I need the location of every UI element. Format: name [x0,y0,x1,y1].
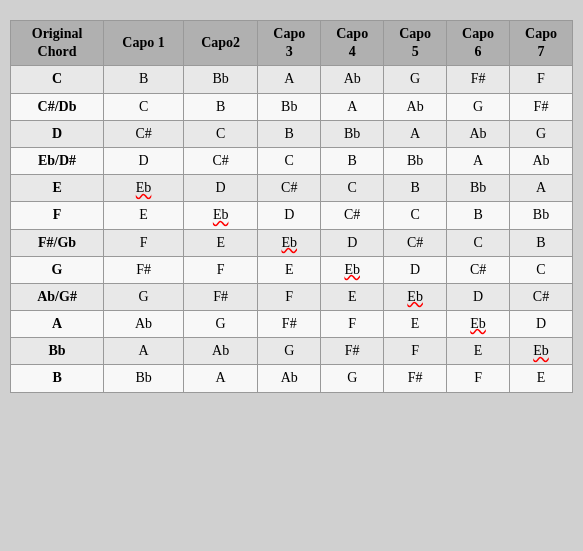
cell-capo-2: E [184,229,258,256]
header-capo-7: Capo7 [510,21,573,66]
table-row: CBBbAAbGF#F [11,66,573,93]
cell-capo-7: B [510,229,573,256]
cell-original: B [11,365,104,392]
cell-capo-4: E [321,283,384,310]
cell-capo-1: Bb [104,365,184,392]
cell-capo-5: Ab [384,93,447,120]
cell-capo-7: C [510,256,573,283]
cell-capo-3: C# [258,175,321,202]
header-capo-5: Capo5 [384,21,447,66]
table-row: EEbDC#CBBbA [11,175,573,202]
cell-original: Ab/G# [11,283,104,310]
table-row: DC#CBBbAAbG [11,120,573,147]
cell-capo-3: D [258,202,321,229]
cell-capo-4: D [321,229,384,256]
cell-capo-3: F [258,283,321,310]
cell-capo-3: Ab [258,365,321,392]
cell-capo-1: Eb [104,175,184,202]
cell-original: Eb/D# [11,147,104,174]
cell-capo-7: G [510,120,573,147]
cell-capo-7: E [510,365,573,392]
cell-capo-1: C# [104,120,184,147]
cell-capo-5: F [384,338,447,365]
cell-capo-1: G [104,283,184,310]
header-capo-4: Capo4 [321,21,384,66]
cell-capo-6: F# [447,66,510,93]
cell-capo-2: G [184,311,258,338]
cell-capo-3: E [258,256,321,283]
table-row: BBbAAbGF#FE [11,365,573,392]
cell-original: C [11,66,104,93]
cell-capo-7: D [510,311,573,338]
cell-capo-1: E [104,202,184,229]
cell-capo-2: Bb [184,66,258,93]
cell-original: Bb [11,338,104,365]
cell-capo-6: D [447,283,510,310]
cell-capo-3: Bb [258,93,321,120]
cell-original: D [11,120,104,147]
cell-capo-6: A [447,147,510,174]
cell-capo-5: C# [384,229,447,256]
cell-original: F#/Gb [11,229,104,256]
cell-original: C#/Db [11,93,104,120]
cell-capo-1: C [104,93,184,120]
cell-capo-5: E [384,311,447,338]
cell-capo-4: C# [321,202,384,229]
table-row: Eb/D#DC#CBBbAAb [11,147,573,174]
cell-capo-3: Eb [258,229,321,256]
cell-capo-2: F [184,256,258,283]
cell-capo-3: B [258,120,321,147]
cell-capo-3: C [258,147,321,174]
cell-capo-7: F# [510,93,573,120]
cell-capo-1: A [104,338,184,365]
cell-capo-2: Eb [184,202,258,229]
cell-capo-4: F [321,311,384,338]
cell-capo-5: D [384,256,447,283]
cell-capo-1: F [104,229,184,256]
cell-capo-7: Ab [510,147,573,174]
table-row: AAbGF#FEEbD [11,311,573,338]
cell-capo-5: Eb [384,283,447,310]
cell-capo-3: A [258,66,321,93]
header-original-chord: OriginalChord [11,21,104,66]
cell-capo-2: D [184,175,258,202]
cell-capo-6: F [447,365,510,392]
cell-capo-5: F# [384,365,447,392]
cell-capo-4: A [321,93,384,120]
cell-capo-5: G [384,66,447,93]
cell-capo-6: B [447,202,510,229]
cell-capo-5: B [384,175,447,202]
cell-capo-6: G [447,93,510,120]
cell-capo-7: F [510,66,573,93]
cell-capo-4: B [321,147,384,174]
header-capo-1: Capo 1 [104,21,184,66]
table-row: GF#FEEbDC#C [11,256,573,283]
cell-capo-4: Eb [321,256,384,283]
cell-capo-2: A [184,365,258,392]
cell-capo-7: A [510,175,573,202]
table-row: BbAAbGF#FEEb [11,338,573,365]
cell-capo-2: Ab [184,338,258,365]
cell-capo-4: F# [321,338,384,365]
cell-original: F [11,202,104,229]
header-capo-3: Capo3 [258,21,321,66]
cell-capo-7: C# [510,283,573,310]
cell-capo-1: Ab [104,311,184,338]
cell-capo-4: G [321,365,384,392]
cell-capo-6: Eb [447,311,510,338]
cell-capo-2: F# [184,283,258,310]
table-row: C#/DbCBBbAAbGF# [11,93,573,120]
cell-capo-1: F# [104,256,184,283]
cell-capo-1: D [104,147,184,174]
cell-capo-1: B [104,66,184,93]
header-capo-2: Capo2 [184,21,258,66]
cell-capo-3: G [258,338,321,365]
header-capo-6: Capo6 [447,21,510,66]
cell-capo-5: Bb [384,147,447,174]
cell-capo-3: F# [258,311,321,338]
cell-original: E [11,175,104,202]
cell-original: A [11,311,104,338]
table-row: FEEbDC#CBBb [11,202,573,229]
cell-capo-5: C [384,202,447,229]
cell-capo-2: C# [184,147,258,174]
